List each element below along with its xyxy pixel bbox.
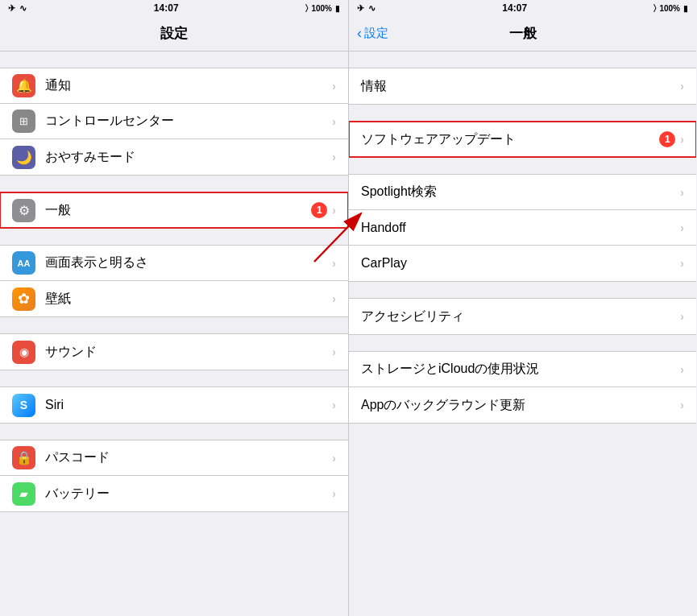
wallpaper-icon-char: ✿ — [18, 290, 30, 308]
row-background-refresh[interactable]: Appのバックグラウンド更新 › — [349, 387, 696, 423]
right-airplane-icon: ✈ — [357, 3, 364, 14]
notification-icon-char: 🔔 — [16, 78, 32, 93]
right-spacer-2 — [349, 158, 696, 174]
row-battery[interactable]: ▰ バッテリー › — [0, 476, 348, 511]
left-scroll-area[interactable]: 🔔 通知 › ⊞ コントロールセンター › 🌙 おやすみモード › — [0, 68, 348, 616]
background-refresh-chevron: › — [680, 399, 684, 411]
passcode-icon-char: 🔒 — [16, 450, 32, 465]
notification-icon: 🔔 — [12, 74, 35, 97]
left-status-bar: ✈ ∿ 14:07 〉 100% ▮ — [0, 0, 348, 16]
left-time: 14:07 — [154, 2, 179, 14]
battery-icon-left: ▮ — [335, 4, 340, 13]
right-status-bar: ✈ ∿ 14:07 〉 100% ▮ — [349, 0, 696, 16]
battery-icon: ▰ — [12, 482, 35, 506]
right-spacer-1 — [349, 105, 696, 121]
sound-icon: ◉ — [12, 341, 35, 364]
control-center-icon-char: ⊞ — [19, 115, 28, 127]
right-group-4: アクセシビリティ › — [349, 298, 696, 335]
row-dnd[interactable]: 🌙 おやすみモード › — [0, 139, 348, 175]
control-center-chevron: › — [332, 115, 336, 128]
battery-icon-char: ▰ — [19, 487, 28, 500]
right-group-2: ソフトウェアアップデート 1 › — [349, 121, 696, 158]
software-update-chevron: › — [680, 133, 684, 146]
row-info[interactable]: 情報 › — [349, 68, 696, 104]
right-scroll-area[interactable]: 情報 › ソフトウェアアップデート 1 › Spotlight検索 › Hand… — [349, 68, 696, 616]
back-chevron-icon: ‹ — [357, 25, 362, 42]
row-handoff[interactable]: Handoff › — [349, 210, 696, 246]
general-badge: 1 — [311, 202, 327, 218]
row-wallpaper[interactable]: ✿ 壁紙 › — [0, 281, 348, 316]
display-icon-char: AA — [18, 258, 31, 268]
storage-label: ストレージとiCloudの使用状況 — [361, 361, 680, 378]
row-siri[interactable]: S Siri › — [0, 387, 348, 423]
row-storage[interactable]: ストレージとiCloudの使用状況 › — [349, 352, 696, 387]
right-spacer-3 — [349, 282, 696, 298]
right-spacer-4 — [349, 335, 696, 351]
right-battery-percent: 100% — [659, 4, 680, 13]
control-center-label: コントロールセンター — [45, 113, 332, 130]
notification-label: 通知 — [45, 77, 332, 94]
left-group-5: S Siri › — [0, 387, 348, 424]
passcode-label: パスコード — [45, 449, 332, 466]
handoff-label: Handoff — [361, 221, 680, 235]
info-chevron: › — [680, 80, 684, 93]
row-notifications[interactable]: 🔔 通知 › — [0, 68, 348, 104]
left-spacer-1 — [0, 176, 348, 192]
row-sound[interactable]: ◉ サウンド › — [0, 334, 348, 370]
wallpaper-chevron: › — [332, 292, 336, 305]
back-label: 設定 — [364, 26, 388, 41]
sound-chevron: › — [332, 345, 336, 358]
software-update-badge: 1 — [659, 131, 675, 147]
left-group-2: ⚙ 一般 1 › — [0, 192, 348, 229]
siri-label: Siri — [45, 398, 332, 412]
row-passcode[interactable]: 🔒 パスコード › — [0, 440, 348, 476]
carplay-label: CarPlay — [361, 256, 680, 271]
info-label: 情報 — [361, 78, 680, 95]
left-nav-bar: 設定 — [0, 16, 348, 52]
right-wifi-icon: ∿ — [368, 3, 375, 14]
location-icon: 〉 — [305, 3, 308, 13]
right-group-3: Spotlight検索 › Handoff › CarPlay › — [349, 174, 696, 282]
control-center-icon: ⊞ — [12, 110, 35, 133]
general-label: 一般 — [45, 202, 311, 219]
sound-icon-char: ◉ — [19, 345, 29, 358]
background-refresh-label: Appのバックグラウンド更新 — [361, 397, 680, 414]
siri-chevron: › — [332, 399, 336, 411]
row-software-update[interactable]: ソフトウェアアップデート 1 › — [349, 122, 696, 157]
right-battery-icon: ▮ — [683, 4, 688, 13]
airplane-icon: ✈ — [8, 3, 15, 14]
battery-label: バッテリー — [45, 486, 332, 502]
battery-chevron: › — [332, 487, 336, 500]
spotlight-chevron: › — [680, 186, 684, 199]
right-panel: ✈ ∿ 14:07 〉 100% ▮ ‹ 設定 一般 情報 › ソ — [348, 0, 696, 616]
right-location-icon: 〉 — [653, 3, 656, 13]
row-control-center[interactable]: ⊞ コントロールセンター › — [0, 104, 348, 139]
row-carplay[interactable]: CarPlay › — [349, 246, 696, 281]
left-panel: ✈ ∿ 14:07 〉 100% ▮ 設定 🔔 通知 › ⊞ — [0, 0, 348, 616]
display-chevron: › — [332, 257, 336, 270]
row-display[interactable]: AA 画面表示と明るさ › — [0, 246, 348, 281]
accessibility-label: アクセシビリティ — [361, 308, 680, 325]
left-group-3: AA 画面表示と明るさ › ✿ 壁紙 › — [0, 245, 348, 317]
left-group-6: 🔒 パスコード › ▰ バッテリー › — [0, 440, 348, 512]
left-group-1: 🔔 通知 › ⊞ コントロールセンター › 🌙 おやすみモード › — [0, 68, 348, 176]
back-button[interactable]: ‹ 設定 — [357, 25, 388, 42]
right-status-icons: ✈ ∿ — [357, 3, 375, 14]
dnd-chevron: › — [332, 151, 336, 163]
left-right-status: 〉 100% ▮ — [305, 3, 340, 13]
dnd-icon: 🌙 — [12, 146, 35, 169]
row-general[interactable]: ⚙ 一般 1 › — [0, 192, 348, 228]
right-group-1: 情報 › — [349, 68, 696, 105]
dnd-icon-char: 🌙 — [16, 150, 32, 165]
row-spotlight[interactable]: Spotlight検索 › — [349, 175, 696, 210]
row-accessibility[interactable]: アクセシビリティ › — [349, 299, 696, 334]
right-right-status: 〉 100% ▮ — [653, 3, 688, 13]
left-spacer-5 — [0, 424, 348, 440]
general-icon-char: ⚙ — [19, 203, 30, 218]
passcode-chevron: › — [332, 452, 336, 465]
storage-chevron: › — [680, 363, 684, 376]
right-time: 14:07 — [502, 2, 527, 14]
left-spacer-4 — [0, 370, 348, 387]
carplay-chevron: › — [680, 257, 684, 270]
handoff-chevron: › — [680, 221, 684, 234]
